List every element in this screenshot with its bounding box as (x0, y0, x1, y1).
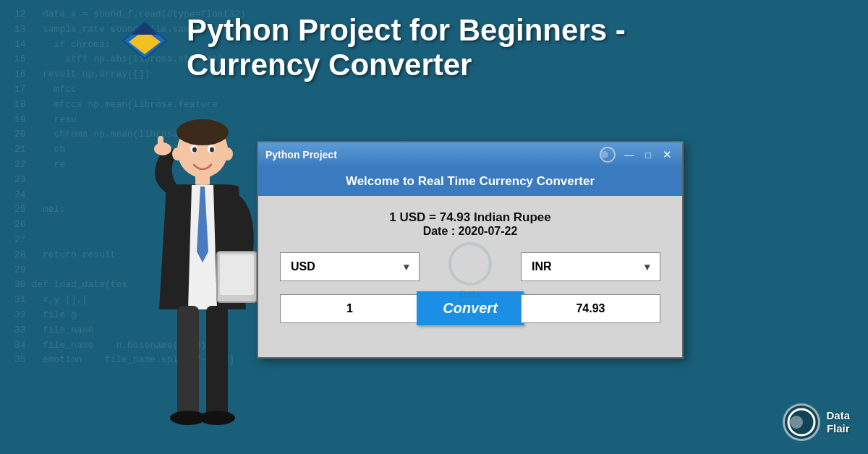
rate-info: 1 USD = 74.93 Indian Rupee Date : 2020-0… (280, 210, 660, 238)
from-currency-select[interactable]: USD ▾ (280, 252, 420, 281)
maximize-button[interactable]: □ (642, 150, 654, 160)
window-controls: — □ ✕ (600, 147, 675, 163)
title-icon (600, 147, 616, 163)
result-output: 74.93 (521, 294, 660, 323)
to-currency-chevron: ▾ (644, 261, 650, 273)
header: Python Project for Beginners - Currency … (116, 13, 626, 83)
page-title: Python Project for Beginners - Currency … (187, 13, 626, 83)
title-line2: Currency Converter (187, 48, 626, 82)
title-line1: Python Project for Beginners - (187, 13, 626, 48)
window-header-bar: Welcome to Real Time Currency Converter (258, 167, 682, 196)
svg-rect-11 (206, 306, 228, 421)
date-display: Date : 2020-07-22 (280, 225, 660, 238)
to-currency-select[interactable]: INR ▾ (521, 252, 660, 281)
brand-logo: Data Flair (783, 403, 850, 441)
close-button[interactable]: ✕ (660, 148, 675, 161)
rate-display: 1 USD = 74.93 Indian Rupee (280, 210, 660, 225)
brand-circle (783, 403, 820, 441)
svg-point-13 (199, 411, 235, 425)
minimize-button[interactable]: — (621, 150, 637, 160)
currency-converter-window: Python Project — □ ✕ Welcome to Real Tim… (257, 141, 684, 359)
svg-marker-2 (132, 22, 158, 35)
window-header-text: Welcome to Real Time Currency Converter (346, 174, 595, 188)
amount-input[interactable]: 1 (280, 294, 420, 323)
convert-button[interactable]: Convert (417, 291, 524, 325)
svg-point-4 (176, 119, 229, 145)
svg-point-18 (172, 147, 182, 160)
from-currency-chevron: ▾ (404, 261, 409, 273)
svg-rect-10 (177, 306, 199, 421)
brand-text: Data Flair (826, 409, 850, 435)
svg-point-21 (601, 151, 608, 158)
currency-selector-row: USD ▾ INR ▾ (280, 252, 660, 281)
from-currency-value: USD (291, 260, 315, 273)
window-body: DataFlair 1 USD = 74.93 Indian Rupee Dat… (258, 196, 682, 357)
to-currency-value: INR (532, 260, 552, 273)
convert-btn-container: Convert (427, 291, 514, 325)
svg-point-16 (192, 147, 197, 153)
svg-rect-9 (220, 254, 254, 295)
window-titlebar: Python Project — □ ✕ (258, 142, 682, 167)
svg-point-23 (790, 416, 803, 429)
svg-point-19 (223, 147, 233, 160)
window-title: Python Project (265, 149, 337, 160)
conversion-row: 1 Convert 74.93 (280, 291, 660, 325)
svg-rect-7 (158, 136, 163, 152)
svg-point-17 (210, 147, 214, 153)
logo (116, 19, 174, 77)
